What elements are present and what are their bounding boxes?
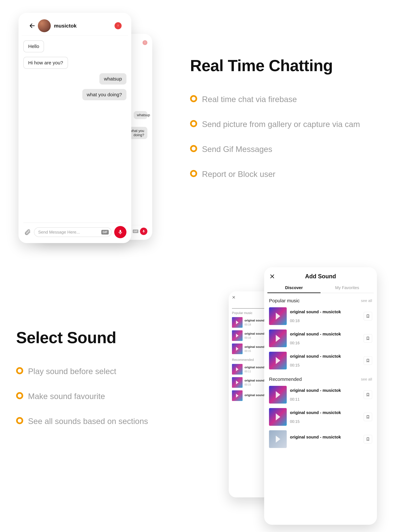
feature-item: Send Gif Messages — [190, 144, 383, 154]
bookmark-icon[interactable] — [364, 356, 372, 365]
feature-item: See all sounds based on sections — [16, 416, 193, 427]
sound-name: original sound - musictok — [290, 435, 361, 440]
feature-item: Send picture from gallery or capture via… — [190, 119, 383, 130]
sound-duration: 00:15 — [290, 363, 361, 368]
feature-item: Report or Block user — [190, 169, 383, 180]
play-icon[interactable] — [269, 352, 287, 370]
play-icon[interactable] — [232, 317, 243, 328]
sound-row[interactable]: original sound - musictok 00:11 — [264, 384, 377, 406]
bookmark-icon[interactable] — [364, 435, 372, 443]
sound-name: original sound - musictok — [290, 354, 361, 359]
sound-duration: 00:16 — [290, 341, 361, 345]
bullet-icon — [190, 120, 197, 127]
feature-item: Play sound before select — [16, 366, 193, 377]
sound-duration: 00:11 — [290, 397, 361, 402]
feature-text: Real time chat via firebase — [202, 94, 297, 105]
bullet-icon — [190, 145, 197, 152]
section-recommended-header: Recommended see all — [264, 372, 377, 384]
sound-duration: 00:18 — [245, 323, 265, 326]
sound-name: original sound — [245, 332, 265, 335]
bullet-icon — [190, 170, 197, 177]
phone-front-chat: musictok ! Hello Hi how are you? whatsup… — [19, 13, 131, 243]
play-icon[interactable] — [232, 390, 243, 401]
sound-name: original sound — [245, 366, 265, 369]
bookmark-icon[interactable] — [364, 390, 372, 399]
phone-front-sound: Add Sound Discover My Favorites Popular … — [264, 267, 377, 525]
message-input[interactable]: Send Message Here... GIF — [34, 227, 112, 237]
play-icon[interactable] — [269, 307, 287, 325]
bookmark-icon[interactable] — [364, 413, 372, 421]
bullet-icon — [16, 417, 23, 424]
feature-text: Make sound favourite — [28, 391, 105, 402]
bookmark-icon[interactable] — [364, 334, 372, 342]
chat-header: musictok ! — [22, 13, 128, 36]
sound-row[interactable]: original sound - musictok — [264, 428, 377, 450]
feature-text: Send Gif Messages — [202, 144, 272, 154]
feature-item: Make sound favourite — [16, 391, 193, 402]
section-title: Popular music — [269, 298, 300, 304]
feature-text: Send picture from gallery or capture via… — [202, 119, 360, 130]
sound-duration: 00:18 — [290, 319, 361, 323]
sound-row[interactable]: original sound - musictok 00:16 — [264, 327, 377, 350]
sound-copy: Select Sound Play sound before select Ma… — [16, 328, 193, 427]
play-icon[interactable] — [232, 377, 243, 388]
section-chatting: ! whatsup what you doing? GIF musictok !… — [0, 0, 413, 257]
bookmark-icon[interactable] — [364, 312, 372, 320]
chat-input-area: Send Message Here... GIF — [23, 222, 127, 238]
see-all-link[interactable]: see all — [361, 298, 372, 303]
msg-bubble: whatsup — [134, 111, 148, 119]
section-title: Recommended — [269, 377, 302, 382]
gif-button[interactable]: GIF — [133, 229, 138, 233]
play-icon[interactable] — [269, 386, 287, 404]
msg-bubble: whatsup — [99, 73, 127, 85]
play-icon[interactable] — [269, 330, 287, 347]
play-icon[interactable] — [269, 408, 287, 426]
sound-name: original sound - musictok — [290, 309, 361, 314]
chat-username: musictok — [54, 23, 77, 29]
report-icon[interactable]: ! — [143, 40, 148, 45]
sound-duration: 00:16 — [245, 336, 265, 339]
bullet-icon — [190, 95, 197, 102]
tab-discover[interactable]: Discover — [267, 283, 321, 293]
mic-button[interactable] — [140, 228, 148, 235]
see-all-link[interactable]: see all — [361, 377, 372, 381]
mic-button[interactable] — [114, 226, 127, 238]
section-heading: Real Time Chatting — [190, 56, 383, 75]
sound-row[interactable]: original sound - musictok 00:15 — [264, 406, 377, 428]
msg-bubble: Hello — [23, 40, 44, 52]
section-heading: Select Sound — [16, 328, 193, 347]
bullet-icon — [16, 392, 23, 399]
play-icon[interactable] — [232, 343, 243, 354]
sound-name: original sound - musictok — [290, 410, 361, 415]
section-popular-header: Popular music see all — [264, 293, 377, 305]
sound-duration: 00:15 — [245, 350, 265, 352]
sound-name: original sound — [245, 319, 265, 322]
sound-row[interactable]: original sound - musictok 00:15 — [264, 350, 377, 372]
sound-duration: 00:15 — [245, 383, 265, 386]
sound-row[interactable]: original sound - musictok 00:18 — [264, 305, 377, 327]
play-icon[interactable] — [232, 330, 243, 341]
messages-area: Hello Hi how are you? whatsup what you d… — [19, 36, 131, 105]
message-placeholder: Send Message Here... — [38, 230, 80, 235]
section-sound: Select Sound Play sound before select Ma… — [0, 259, 413, 532]
avatar[interactable] — [38, 19, 51, 32]
sound-title: Add Sound — [269, 273, 372, 280]
msg-bubble: what you doing? — [82, 89, 127, 100]
feature-text: Report or Block user — [202, 169, 275, 180]
feature-item: Real time chat via firebase — [190, 94, 383, 105]
feature-text: Play sound before select — [28, 366, 116, 377]
sound-name: original sound — [245, 345, 265, 349]
gif-button[interactable]: GIF — [101, 230, 109, 235]
back-icon[interactable] — [28, 22, 36, 30]
tab-favorites[interactable]: My Favorites — [321, 283, 374, 293]
play-icon[interactable] — [269, 430, 287, 448]
report-icon[interactable]: ! — [115, 22, 122, 29]
play-icon[interactable] — [232, 364, 243, 375]
sound-name: original sound - musictok — [290, 388, 361, 393]
feature-text: See all sounds based on sections — [28, 416, 148, 427]
sound-duration: 00:15 — [290, 419, 361, 424]
sound-duration: 00:11 — [245, 370, 265, 373]
bullet-icon — [16, 367, 23, 374]
sound-name: original sound — [245, 394, 265, 397]
attach-icon[interactable] — [23, 228, 31, 236]
